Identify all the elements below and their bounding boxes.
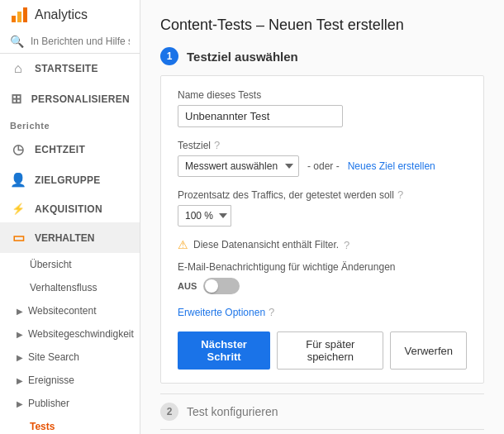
oder-text: - oder - bbox=[307, 160, 340, 172]
sidebar-item-site-search[interactable]: ▶ Site Search bbox=[0, 346, 140, 369]
sidebar-search-container: 🔍 bbox=[0, 30, 140, 54]
step-1-title: Testziel auswählen bbox=[187, 50, 298, 64]
toggle-knob bbox=[205, 279, 218, 293]
name-label: Name dieses Tests bbox=[178, 89, 467, 101]
arrow-icon: ▶ bbox=[17, 307, 23, 316]
erweiterte-help-icon[interactable]: ? bbox=[269, 306, 274, 318]
sidebar-item-publisher[interactable]: ▶ Publisher bbox=[0, 392, 140, 415]
personalisieren-icon: ⊞ bbox=[10, 91, 23, 107]
sidebar-item-echtzeit[interactable]: ◷ ECHTZEIT bbox=[0, 134, 140, 165]
sidebar-header: Analytics bbox=[0, 0, 140, 30]
step-1-section: 1 Testziel auswählen Name dieses Tests T… bbox=[160, 47, 484, 384]
sidebar-item-websitegeschwindigkeit[interactable]: ▶ Websitegeschwindigkeit bbox=[0, 322, 140, 346]
testziel-help-icon[interactable]: ? bbox=[214, 139, 220, 151]
testziel-field-row: Testziel ? Messwert auswählen - oder - N… bbox=[178, 139, 467, 177]
step-1-form: Name dieses Tests Testziel ? Messwert au… bbox=[160, 75, 484, 384]
home-icon: ⌂ bbox=[10, 61, 26, 76]
erweiterte-link[interactable]: Erweiterte Optionen bbox=[178, 307, 265, 318]
filter-help-icon[interactable]: ? bbox=[344, 239, 349, 251]
arrow-icon: ▶ bbox=[17, 399, 23, 408]
email-toggle[interactable] bbox=[203, 278, 240, 294]
step-2-number: 2 bbox=[160, 403, 178, 421]
button-row: Nächster Schritt Für später speichern Ve… bbox=[178, 331, 467, 370]
verhalten-icon: ▭ bbox=[10, 230, 26, 246]
sidebar-item-tests[interactable]: Tests bbox=[0, 415, 140, 434]
sidebar-item-ereignisse[interactable]: ▶ Ereignisse bbox=[0, 369, 140, 392]
prozent-select[interactable]: 100 % 75 % 50 % 25 % bbox=[178, 205, 231, 227]
save-later-button[interactable]: Für später speichern bbox=[277, 331, 383, 370]
sidebar-item-zielgruppe[interactable]: 👤 ZIELGRUPPE bbox=[0, 165, 140, 195]
step-1-header: 1 Testziel auswählen bbox=[160, 47, 484, 65]
app-title: Analytics bbox=[35, 7, 88, 22]
warning-icon: ⚠ bbox=[178, 238, 188, 251]
search-icon: 🔍 bbox=[10, 35, 24, 48]
collapsed-steps: 2 Test konfigurieren 3 Testcode einricht… bbox=[160, 393, 484, 434]
svg-rect-2 bbox=[23, 7, 27, 22]
page-title: Content-Tests – Neuen Test erstellen bbox=[160, 17, 484, 34]
prozent-row: 100 % 75 % 50 % 25 % bbox=[178, 205, 467, 227]
sidebar: Analytics 🔍 ⌂ STARTSEITE ⊞ PERSONALISIER… bbox=[0, 0, 140, 434]
analytics-logo-icon bbox=[10, 6, 28, 24]
prozent-field-row: Prozentsatz des Traffics, der getestet w… bbox=[178, 188, 467, 227]
main-content: Content-Tests – Neuen Test erstellen 1 T… bbox=[140, 0, 504, 434]
sidebar-item-ubersicht[interactable]: Übersicht bbox=[0, 253, 140, 276]
svg-rect-1 bbox=[17, 12, 21, 22]
arrow-icon: ▶ bbox=[17, 376, 23, 385]
filter-warning: ⚠ Diese Datenansicht enthält Filter. ? bbox=[178, 238, 467, 251]
testziel-label: Testziel ? bbox=[178, 139, 467, 151]
email-field-row: E-Mail-Benachrichtigung für wichtige Änd… bbox=[178, 261, 467, 294]
prozent-help-icon[interactable]: ? bbox=[397, 188, 403, 201]
echtzeit-icon: ◷ bbox=[10, 141, 26, 157]
svg-rect-0 bbox=[12, 16, 16, 22]
erweiterte-row: Erweiterte Optionen ? bbox=[178, 306, 467, 318]
sidebar-item-websitecontent[interactable]: ▶ Websitecontent bbox=[0, 299, 140, 322]
email-toggle-row: AUS bbox=[178, 278, 467, 294]
test-name-input[interactable] bbox=[178, 105, 343, 127]
sidebar-item-verhaltensfluss[interactable]: Verhaltensfluss bbox=[0, 276, 140, 299]
toggle-off-label: AUS bbox=[178, 281, 197, 291]
step-1-number: 1 bbox=[160, 47, 178, 65]
neues-ziel-link[interactable]: Neues Ziel erstellen bbox=[348, 160, 435, 172]
email-label: E-Mail-Benachrichtigung für wichtige Änd… bbox=[178, 261, 467, 273]
name-field-row: Name dieses Tests bbox=[178, 89, 467, 127]
sidebar-item-akquisition[interactable]: ⚡ AKQUISITION bbox=[0, 195, 140, 222]
prozent-label: Prozentsatz des Traffics, der getestet w… bbox=[178, 188, 467, 201]
akquisition-icon: ⚡ bbox=[10, 203, 26, 215]
sidebar-item-verhalten[interactable]: ▭ VERHALTEN bbox=[0, 222, 140, 253]
search-input[interactable] bbox=[31, 36, 130, 47]
next-step-button[interactable]: Nächster Schritt bbox=[178, 331, 270, 370]
arrow-icon: ▶ bbox=[17, 353, 23, 362]
testziel-select[interactable]: Messwert auswählen bbox=[178, 155, 299, 177]
sidebar-item-startseite[interactable]: ⌂ STARTSEITE bbox=[0, 54, 140, 83]
step-3-row: 3 Testcode einrichten bbox=[160, 429, 484, 434]
discard-button[interactable]: Verwerfen bbox=[390, 331, 467, 370]
zielgruppe-icon: 👤 bbox=[10, 172, 26, 188]
step-2-title: Test konfigurieren bbox=[187, 405, 278, 418]
sidebar-item-personalisieren[interactable]: ⊞ PERSONALISIEREN bbox=[0, 83, 140, 114]
arrow-icon: ▶ bbox=[17, 330, 23, 339]
testziel-row: Messwert auswählen - oder - Neues Ziel e… bbox=[178, 155, 467, 177]
berichte-section-label: Berichte bbox=[0, 114, 140, 134]
step-2-row: 2 Test konfigurieren bbox=[160, 393, 484, 429]
